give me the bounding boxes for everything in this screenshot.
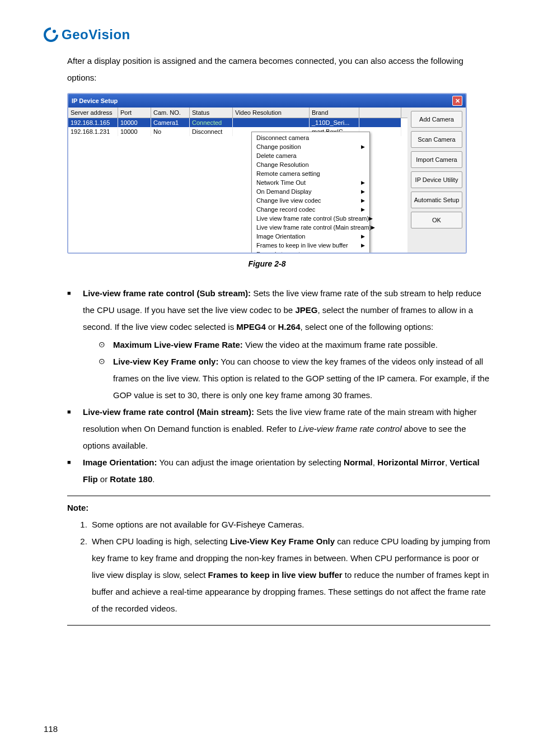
brand-name: GeoVision	[62, 27, 130, 43]
logo-icon	[44, 27, 58, 42]
col-video-resolution[interactable]: Video Resolution	[233, 108, 310, 118]
note-title: Note:	[67, 500, 490, 516]
menu-item-disconnect[interactable]: Disconnect camera	[252, 133, 369, 142]
ip-device-utility-button[interactable]: IP Device Utility	[411, 171, 462, 188]
list-item: Image Orientation: You can adjust the im…	[67, 454, 490, 488]
add-camera-button[interactable]: Add Camera	[411, 111, 462, 128]
menu-item-record-codec[interactable]: Change record codec▶	[252, 205, 369, 214]
submenu-arrow-icon: ▶	[361, 234, 365, 239]
ip-device-setup-dialog: IP Device Setup ✕ Server address Port Ca…	[67, 93, 467, 254]
note-item: Some options are not available for GV-Fi…	[90, 516, 490, 533]
context-menu: Disconnect camera Change position▶ Delet…	[251, 132, 370, 254]
divider	[67, 496, 490, 496]
submenu-arrow-icon: ▶	[361, 180, 365, 185]
list-item: Live-view Key Frame only: You can choose…	[99, 353, 490, 404]
list-item: Maximum Live-view Frame Rate: View the v…	[99, 337, 490, 353]
col-brand[interactable]: Brand	[310, 108, 359, 118]
menu-item-change-position[interactable]: Change position▶	[252, 142, 369, 151]
feature-list: Live-view frame rate control (Sub stream…	[67, 285, 490, 488]
menu-item-framerate-main[interactable]: Live view frame rate control (Main strea…	[252, 223, 369, 232]
table-row[interactable]: 192.168.1.165 10000 Camera1 Connected _1…	[68, 118, 407, 127]
submenu-arrow-icon: ▶	[361, 144, 365, 150]
menu-item-change-resolution[interactable]: Change Resolution	[252, 160, 369, 169]
note-item: When CPU loading is high, selecting Live…	[90, 533, 490, 617]
submenu-arrow-icon: ▶	[369, 216, 373, 221]
dialog-title: IP Device Setup	[72, 97, 118, 104]
list-item: Live-view frame rate control (Main strea…	[67, 404, 490, 454]
brand-logo: GeoVision	[44, 27, 490, 43]
close-icon[interactable]: ✕	[452, 96, 462, 106]
list-item: Live-view frame rate control (Sub stream…	[67, 285, 490, 404]
col-port[interactable]: Port	[118, 108, 151, 118]
import-camera-button[interactable]: Import Camera	[411, 151, 462, 168]
col-cam-no[interactable]: Cam. NO.	[151, 108, 190, 118]
menu-item-liveview-codec[interactable]: Change live view codec▶	[252, 196, 369, 205]
menu-item-network-timeout[interactable]: Network Time Out▶	[252, 178, 369, 187]
page-number: 118	[44, 724, 58, 734]
menu-item-remote-setting[interactable]: Remote camera setting	[252, 169, 369, 178]
submenu-arrow-icon: ▶	[361, 251, 365, 254]
submenu-arrow-icon: ▶	[371, 225, 375, 230]
menu-item-delete[interactable]: Delete camera	[252, 151, 369, 160]
dialog-sidebar: Add Camera Scan Camera Import Camera IP …	[407, 108, 466, 253]
menu-item-record-stream[interactable]: Record stream type▶	[252, 250, 369, 254]
menu-item-on-demand[interactable]: On Demand Display▶	[252, 187, 369, 196]
col-status[interactable]: Status	[190, 108, 233, 118]
dialog-titlebar: IP Device Setup ✕	[68, 94, 466, 108]
scan-camera-button[interactable]: Scan Camera	[411, 131, 462, 148]
ok-button[interactable]: OK	[411, 212, 462, 228]
menu-item-image-orientation[interactable]: Image Orientation▶	[252, 232, 369, 241]
submenu-arrow-icon: ▶	[361, 198, 365, 203]
grid-header: Server address Port Cam. NO. Status Vide…	[68, 108, 407, 118]
svg-point-0	[53, 30, 56, 33]
submenu-arrow-icon: ▶	[361, 207, 365, 212]
figure-caption: Figure 2-8	[67, 259, 467, 268]
col-extra[interactable]	[359, 108, 401, 118]
submenu-arrow-icon: ▶	[361, 189, 365, 194]
note-block: Note: Some options are not available for…	[67, 500, 490, 617]
submenu-arrow-icon: ▶	[361, 242, 365, 248]
divider	[67, 625, 490, 626]
grid-rows: 192.168.1.165 10000 Camera1 Connected _1…	[68, 118, 407, 253]
col-server-address[interactable]: Server address	[68, 108, 118, 118]
menu-item-framerate-sub[interactable]: Live view frame rate control (Sub stream…	[252, 214, 369, 223]
intro-text: After a display position is assigned and…	[67, 53, 490, 86]
automatic-setup-button[interactable]: Automatic Setup	[411, 192, 462, 208]
menu-item-frames-buffer[interactable]: Frames to keep in live view buffer▶	[252, 241, 369, 250]
